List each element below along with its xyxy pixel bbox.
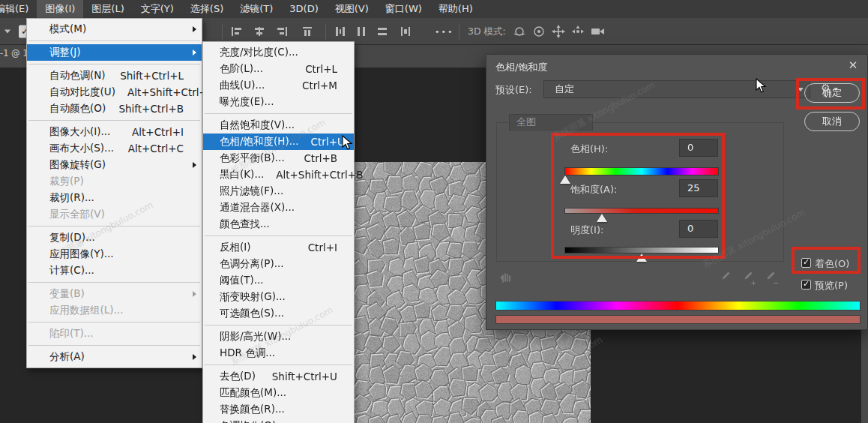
adjustments-menu-item[interactable]: 阈值(T)... (203, 272, 354, 289)
adjustments-menu-item[interactable]: 可选颜色(S)... (203, 305, 354, 322)
adjustments-menu-item[interactable]: 色阶(L)... Ctrl+L (203, 61, 354, 77)
more-options-button[interactable]: ••• (435, 26, 453, 36)
hand-drag-icon[interactable] (498, 269, 513, 286)
image-menu-item[interactable]: 计算(C)... (27, 262, 202, 279)
saturation-slider[interactable] (564, 208, 719, 214)
menubar-item[interactable]: 滤镜(T) (232, 0, 281, 18)
image-menu-item[interactable]: 裁剪(P) (27, 173, 202, 190)
adjustments-menu-item[interactable]: 匹配颜色(M)... (203, 385, 354, 401)
toolbar-divider (325, 23, 326, 40)
3d-camera-icon[interactable] (591, 25, 606, 38)
saturation-slider-handle[interactable] (597, 214, 607, 222)
align-left-icon[interactable] (231, 26, 243, 38)
adjustments-menu-item[interactable]: 自然饱和度(V)... (203, 117, 354, 134)
adjustments-menu-item[interactable]: 色调分离(P)... (203, 256, 354, 272)
channel-dropdown[interactable]: 全图 (509, 114, 593, 130)
preset-dropdown[interactable]: 自定 (543, 80, 810, 98)
image-menu-item[interactable]: 自动色调(N) Shift+Ctrl+L (27, 68, 202, 84)
ok-button[interactable]: 确定 (804, 83, 860, 103)
adjustments-menu-item[interactable]: 色相/饱和度(H)... Ctrl+U (203, 134, 354, 150)
image-menu-item[interactable]: 应用图像(Y)... (27, 246, 202, 262)
hue-slider-handle[interactable] (560, 176, 570, 184)
eyedropper-icon[interactable] (719, 271, 731, 285)
colorize-checkbox[interactable] (801, 258, 811, 268)
menubar-item[interactable]: 选择(S) (182, 0, 232, 18)
image-menu-item[interactable]: 裁切(R)... (27, 190, 202, 206)
image-menu-item[interactable]: 自动对比度(U) Alt+Shift+Ctrl+L (27, 84, 202, 100)
image-menu-item[interactable]: 画布大小(S)... Alt+Ctrl+C (27, 140, 202, 157)
menu-separator (27, 117, 202, 124)
3d-mode-label: 3D 模式: (468, 25, 506, 38)
adjustments-menu-item[interactable]: 照片滤镜(F)... (203, 183, 354, 200)
chevron-down-icon[interactable] (4, 29, 10, 33)
distribute-horizontal-icon[interactable] (376, 26, 388, 38)
align-center-icon[interactable] (253, 26, 265, 38)
menubar-item[interactable]: 文字(Y) (133, 0, 182, 18)
align-top-icon[interactable] (301, 26, 313, 38)
distribute-center-icon[interactable] (355, 26, 367, 38)
distribute-space-icon[interactable] (400, 26, 412, 38)
lightness-slider[interactable] (564, 247, 719, 254)
adjustments-menu-item[interactable]: 去色(D) Shift+Ctrl+U (203, 368, 354, 385)
adjustments-menu-item[interactable]: 反相(I) Ctrl+I (203, 239, 354, 256)
channel-groupbox (496, 122, 784, 262)
adjustments-menu-item[interactable]: HDR 色调... (203, 345, 354, 362)
menu-separator (203, 232, 354, 239)
menubar-item[interactable]: 图像(I) (37, 0, 83, 18)
image-menu-item[interactable]: 变量(B) (27, 286, 202, 302)
menu-separator (27, 223, 202, 230)
adjustments-menu-item[interactable]: 颜色查找... (203, 216, 354, 232)
saturation-value-input[interactable]: 25 (679, 179, 718, 197)
menubar-item[interactable]: 视图(V) (327, 0, 377, 18)
lightness-slider-handle[interactable] (636, 254, 647, 262)
adjustments-menu-item[interactable]: 曝光度(E)... (203, 94, 354, 110)
image-menu-item[interactable]: 自动颜色(O) Shift+Ctrl+B (27, 100, 202, 117)
image-menu-item[interactable]: 陷印(T)... (27, 326, 202, 342)
menubar-item[interactable]: 窗口(W) (377, 0, 430, 18)
image-menu-item[interactable]: 应用数据组(L)... (27, 302, 202, 319)
colorize-label: 着色(O) (815, 257, 849, 271)
menu-separator (27, 342, 202, 349)
adjustments-menu-item[interactable]: 替换颜色(R)... (203, 401, 354, 418)
eyedropper-subtract-icon[interactable]: − (764, 271, 776, 285)
toolbar-divider (222, 23, 223, 40)
preview-checkbox[interactable] (801, 280, 811, 290)
adjustments-menu-item[interactable]: 色调均化(Q) (203, 418, 354, 423)
eyedropper-add-icon[interactable]: + (741, 271, 753, 285)
3d-pan-icon[interactable] (552, 25, 565, 38)
menubar-item[interactable]: 编辑(E) (0, 0, 37, 18)
lightness-value-input[interactable]: 0 (679, 220, 718, 238)
submenu-arrow-icon (193, 291, 196, 297)
menubar-item[interactable]: 帮助(H) (430, 0, 481, 18)
adjustments-menu-item[interactable]: 黑白(K)... Alt+Shift+Ctrl+B (203, 166, 354, 183)
image-menu-item[interactable]: 分析(A) (27, 349, 202, 365)
cancel-button[interactable]: 取消 (804, 112, 860, 131)
adjustments-menu-item[interactable]: 色彩平衡(B)... Ctrl+B (203, 150, 354, 166)
adjustments-menu-item[interactable]: 亮度/对比度(C)... (203, 44, 354, 61)
3d-roll-icon[interactable] (532, 25, 546, 38)
menubar-item[interactable]: 图层(L) (83, 0, 132, 18)
close-icon[interactable]: ✕ (846, 58, 860, 72)
adjustments-menu-item[interactable]: 阴影/高光(W)... (203, 328, 354, 345)
submenu-arrow-icon (193, 354, 196, 360)
menu-separator (203, 322, 354, 328)
image-menu-item[interactable]: 复制(D)... (27, 230, 202, 246)
image-menu-item[interactable]: 调整(J) (27, 44, 202, 61)
hue-slider[interactable] (564, 167, 719, 176)
adjustments-menu-item[interactable]: 曲线(U)... Ctrl+M (203, 77, 354, 94)
menubar-item[interactable]: 3D(D) (281, 0, 326, 18)
align-right-icon[interactable] (276, 26, 288, 38)
image-menu-item[interactable]: 显示全部(V) (27, 206, 202, 223)
image-menu-item[interactable]: 图像大小(I)... Alt+Ctrl+I (27, 124, 202, 140)
submenu-arrow-icon (193, 26, 196, 32)
3d-orbit-icon[interactable] (513, 25, 526, 38)
image-menu-item[interactable]: 图像旋转(G) (27, 157, 202, 173)
adjustments-menu-item[interactable]: 渐变映射(G)... (203, 289, 354, 305)
3d-slide-icon[interactable] (571, 25, 585, 38)
hue-value-input[interactable]: 0 (679, 139, 718, 157)
adjustments-menu-item[interactable]: 通道混合器(X)... (203, 200, 354, 216)
menu-separator (27, 279, 202, 286)
image-menu-item[interactable]: 模式(M) (27, 21, 202, 38)
lightness-label: 明度(I): (570, 224, 603, 237)
distribute-vertical-icon[interactable] (334, 26, 346, 38)
